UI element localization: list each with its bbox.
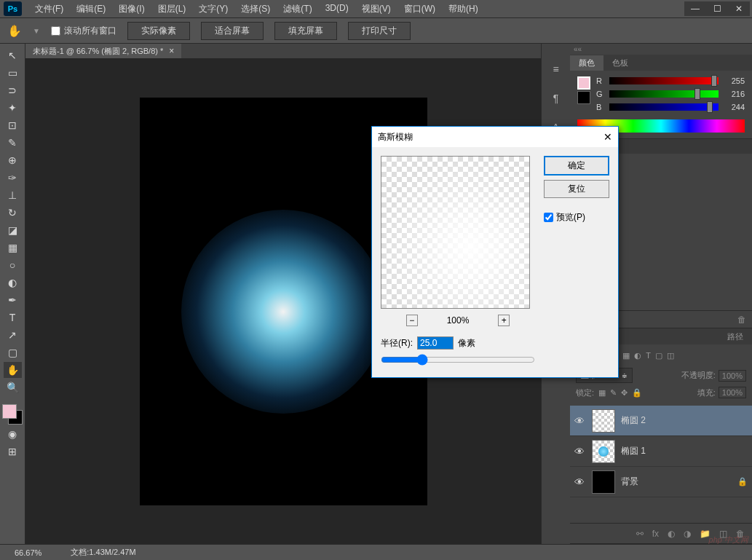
filter-type-icon[interactable]: T [646,351,651,360]
document-tab[interactable]: 未标题-1 @ 66.7% (椭圆 2, RGB/8) * × [25,44,181,58]
lock-paint-icon[interactable]: ✎ [610,388,617,398]
menu-layer[interactable]: 图层(L) [152,1,192,17]
shape-tool[interactable]: ▢ [4,344,22,360]
menu-3d[interactable]: 3D(D) [320,1,355,17]
magic-wand-tool[interactable]: ✦ [4,100,22,116]
document-tab-close[interactable]: × [169,46,174,56]
maximize-button[interactable]: ☐ [706,1,728,16]
menu-help[interactable]: 帮助(H) [443,1,484,17]
gradient-tool[interactable]: ▦ [4,240,22,256]
marquee-tool[interactable]: ▭ [4,65,22,81]
layer-thumbnail[interactable] [592,470,615,494]
fit-screen-button[interactable]: 适合屏幕 [201,22,264,40]
swatches-tab[interactable]: 色板 [603,55,637,71]
reset-button[interactable]: 复位 [544,180,609,198]
stamp-tool[interactable]: ⊥ [4,187,22,203]
status-zoom[interactable]: 66.67% [15,548,41,557]
type-tool[interactable]: T [4,309,22,326]
dialog-close-button[interactable]: ✕ [603,131,612,143]
filter-pixel-icon[interactable]: ▦ [622,351,630,360]
foreground-color[interactable] [2,404,17,419]
layer-item-ellipse1[interactable]: 👁 椭圆 1 [570,436,752,467]
r-value[interactable]: 255 [724,76,745,85]
layer-name[interactable]: 椭圆 2 [621,414,748,427]
crop-tool[interactable]: ⊡ [4,117,22,133]
hand-tool[interactable]: ✋ [4,362,22,378]
move-tool[interactable]: ↖ [4,47,22,63]
menu-view[interactable]: 视图(V) [356,1,397,17]
layer-mask-icon[interactable]: ◐ [668,529,675,539]
print-size-button[interactable]: 打印尺寸 [348,22,411,40]
layer-visibility-icon[interactable]: 👁 [574,415,586,427]
lock-transparent-icon[interactable]: ▦ [598,388,606,398]
zoom-out-button[interactable]: − [406,315,418,326]
dodge-tool[interactable]: ◐ [4,275,22,291]
healing-tool[interactable]: ⊕ [4,152,22,168]
g-value[interactable]: 216 [724,90,745,98]
preview-checkbox[interactable]: 预览(P) [544,211,609,224]
color-tab[interactable]: 颜色 [570,55,603,71]
fill-screen-button[interactable]: 填充屏幕 [274,22,337,40]
quick-mask-tool[interactable]: ◉ [4,426,22,442]
blur-tool[interactable]: ○ [4,257,22,273]
dock-history-icon[interactable]: ≡ [549,62,563,76]
mid-panel-trash-icon[interactable]: 🗑 [737,315,746,325]
minimize-button[interactable]: — [684,1,706,16]
path-select-tool[interactable]: ↗ [4,327,22,343]
options-dropdown-icon[interactable]: ▼ [33,27,40,35]
menu-file[interactable]: 文件(F) [29,1,69,17]
zoom-tool[interactable]: 🔍 [4,379,22,395]
menu-filter[interactable]: 滤镜(T) [277,1,317,17]
eyedropper-tool[interactable]: ✎ [4,135,22,151]
dock-character-icon[interactable]: ¶ [549,91,563,106]
layer-name[interactable]: 椭圆 1 [621,445,748,457]
layer-style-icon[interactable]: fx [652,529,659,539]
color-bg-swatch[interactable] [577,91,590,104]
screen-mode-tool[interactable]: ⊞ [4,443,22,460]
b-value[interactable]: 244 [724,103,745,111]
layer-name[interactable]: 背景 [621,476,732,488]
radius-slider[interactable] [381,354,535,366]
zoom-in-button[interactable]: + [498,315,510,326]
menu-type[interactable]: 文字(Y) [193,1,234,17]
filter-shape-icon[interactable]: ▢ [655,351,662,360]
color-swatch[interactable] [2,404,23,425]
lock-all-icon[interactable]: 🔒 [632,388,642,398]
layer-item-background[interactable]: 👁 背景 🔒 [570,467,752,497]
menu-image[interactable]: 图像(I) [113,1,150,17]
menu-edit[interactable]: 编辑(E) [71,1,111,17]
color-fg-swatch[interactable] [577,76,590,90]
dialog-preview[interactable] [381,156,530,309]
preview-checkbox-input[interactable] [544,213,553,222]
fill-value[interactable]: 100% [719,387,746,398]
layer-thumbnail[interactable] [592,440,615,463]
g-slider[interactable] [609,90,719,98]
b-slider[interactable] [609,103,719,111]
menu-window[interactable]: 窗口(W) [398,1,441,17]
brush-tool[interactable]: ✑ [4,170,22,186]
filter-adjust-icon[interactable]: ◐ [634,351,641,360]
status-doc-info[interactable]: 文档:1.43M/2.47M [71,547,135,558]
scroll-all-windows-checkbox[interactable]: 滚动所有窗口 [51,25,116,37]
actual-pixels-button[interactable]: 实际像素 [127,22,190,40]
menu-select[interactable]: 选择(S) [235,1,276,17]
link-layers-icon[interactable]: ⚯ [636,529,644,539]
layer-visibility-icon[interactable]: 👁 [574,446,586,457]
r-slider[interactable] [609,77,719,84]
scroll-all-checkbox-input[interactable] [51,26,60,36]
eraser-tool[interactable]: ◪ [4,222,22,238]
layer-visibility-icon[interactable]: 👁 [574,476,586,488]
radius-input[interactable] [417,336,454,350]
layer-thumbnail[interactable] [592,409,615,433]
paths-tab[interactable]: 路径 [719,329,752,344]
lock-position-icon[interactable]: ✥ [621,388,628,398]
adjustment-layer-icon[interactable]: ◑ [684,529,691,539]
layer-item-ellipse2[interactable]: 👁 椭圆 2 [570,406,752,436]
close-button[interactable]: ✕ [728,1,750,16]
history-brush-tool[interactable]: ↻ [4,205,22,221]
pen-tool[interactable]: ✒ [4,292,22,308]
filter-smart-icon[interactable]: ◫ [667,351,674,360]
opacity-value[interactable]: 100% [719,370,746,382]
ok-button[interactable]: 确定 [544,156,609,176]
lasso-tool[interactable]: ⊃ [4,82,22,98]
